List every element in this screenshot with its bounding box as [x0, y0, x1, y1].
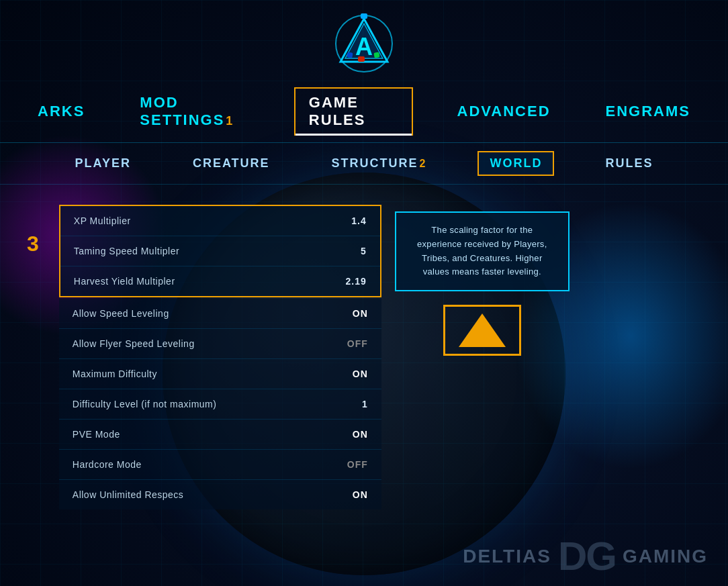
setting-value-6: ON — [341, 489, 368, 500]
structure-badge: 2 — [420, 158, 427, 169]
arrow-box — [443, 305, 521, 356]
setting-label-3: Difficulty Level (if not maximum) — [73, 399, 217, 409]
subnav-player[interactable]: PLAYER — [64, 152, 142, 175]
svg-rect-6 — [347, 52, 353, 58]
setting-value-xp: 1.4 — [340, 215, 367, 226]
svg-rect-8 — [361, 13, 367, 19]
setting-label-1: Allow Flyer Speed Leveling — [73, 338, 195, 349]
nav-item-mod-settings[interactable]: MOD SETTINGS1 — [129, 89, 261, 134]
arrow-up-icon — [459, 313, 506, 347]
sub-nav: PLAYER CREATURE STRUCTURE2 WORLD RULES — [0, 143, 728, 185]
setting-allow-speed-leveling[interactable]: Allow Speed Leveling ON — [59, 299, 381, 329]
subnav-creature[interactable]: CREATURE — [182, 152, 281, 175]
nav-item-advanced[interactable]: ADVANCED — [447, 97, 561, 126]
setting-value-harvest: 2.19 — [340, 276, 367, 287]
setting-label-6: Allow Unlimited Respecs — [73, 489, 184, 500]
nav-item-arks[interactable]: ARKS — [27, 97, 95, 126]
svg-rect-4 — [358, 56, 365, 62]
setting-value-1: OFF — [341, 338, 368, 349]
nav-item-game-rules[interactable]: GAME RULES — [294, 87, 413, 136]
setting-max-difficulty[interactable]: Maximum Difficulty ON — [59, 359, 381, 389]
setting-value-0: ON — [341, 308, 368, 319]
watermark-gaming: GAMING — [623, 546, 708, 567]
left-indicator: 3 — [27, 205, 46, 509]
setting-value-2: ON — [341, 369, 368, 379]
setting-flyer-speed[interactable]: Allow Flyer Speed Leveling OFF — [59, 329, 381, 359]
tooltip-box: The scaling factor for the experience re… — [395, 211, 570, 291]
info-panel: The scaling factor for the experience re… — [395, 205, 570, 509]
settings-panel: XP Multiplier 1.4 Taming Speed Multipler… — [59, 205, 381, 509]
setting-pve-mode[interactable]: PVE Mode ON — [59, 420, 381, 450]
setting-value-3: 1 — [341, 399, 368, 409]
mod-settings-badge: 1 — [226, 114, 234, 128]
subnav-structure[interactable]: STRUCTURE2 — [321, 152, 438, 175]
logo-area: A — [0, 0, 728, 74]
setting-value-taming: 5 — [340, 246, 367, 256]
nav-item-engrams[interactable]: ENGRAMS — [595, 97, 701, 126]
subnav-world[interactable]: WORLD — [477, 151, 554, 176]
setting-label-5: Hardcore Mode — [73, 459, 142, 470]
watermark-dg: DG — [558, 533, 616, 579]
setting-label-xp: XP Multiplier — [74, 215, 131, 226]
setting-unlimited-respecs[interactable]: Allow Unlimited Respecs ON — [59, 480, 381, 509]
main-nav: ARKS MOD SETTINGS1 GAME RULES ADVANCED E… — [0, 81, 728, 143]
setting-label-0: Allow Speed Leveling — [73, 308, 169, 319]
setting-taming-speed[interactable]: Taming Speed Multipler 5 — [60, 236, 380, 266]
setting-xp-multiplier[interactable]: XP Multiplier 1.4 — [60, 206, 380, 236]
indicator-number: 3 — [27, 232, 39, 256]
setting-hardcore-mode[interactable]: Hardcore Mode OFF — [59, 450, 381, 480]
setting-value-4: ON — [341, 429, 368, 440]
main-body: 3 XP Multiplier 1.4 Taming Speed Multipl… — [0, 191, 728, 523]
watermark-deltias: DELTIAS — [463, 546, 551, 567]
setting-label-harvest: Harvest Yield Multipler — [74, 276, 175, 287]
setting-difficulty-level[interactable]: Difficulty Level (if not maximum) 1 — [59, 389, 381, 420]
watermark: DELTIAS DG GAMING — [463, 533, 708, 579]
highlighted-settings-group: XP Multiplier 1.4 Taming Speed Multipler… — [59, 205, 381, 297]
setting-value-5: OFF — [341, 459, 368, 470]
svg-text:A: A — [355, 33, 373, 60]
setting-label-4: PVE Mode — [73, 429, 120, 440]
ark-logo: A — [334, 13, 394, 74]
setting-label-taming: Taming Speed Multipler — [74, 246, 179, 256]
subnav-rules[interactable]: RULES — [594, 152, 664, 175]
normal-settings-group: Allow Speed Leveling ON Allow Flyer Spee… — [59, 299, 381, 509]
setting-label-2: Maximum Difficulty — [73, 369, 157, 379]
tooltip-text: The scaling factor for the experience re… — [417, 225, 547, 277]
setting-harvest-yield[interactable]: Harvest Yield Multipler 2.19 — [60, 266, 380, 296]
svg-rect-5 — [373, 52, 379, 58]
